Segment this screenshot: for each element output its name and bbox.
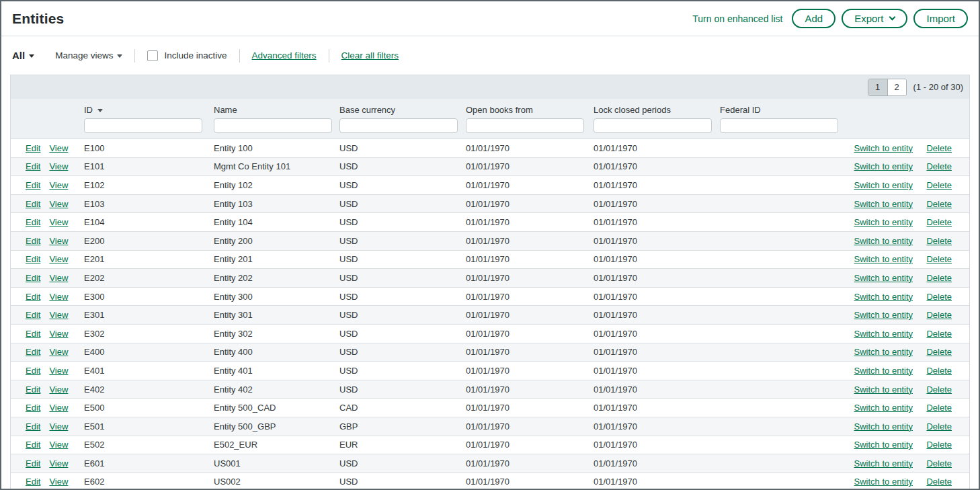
view-link[interactable]: View [49, 366, 68, 376]
view-link[interactable]: View [49, 180, 68, 190]
view-link[interactable]: View [49, 421, 68, 432]
switch-to-entity-link[interactable]: Switch to entity [854, 254, 913, 264]
edit-link[interactable]: Edit [26, 403, 40, 413]
switch-to-entity-link[interactable]: Switch to entity [854, 180, 913, 190]
edit-link[interactable]: Edit [26, 180, 40, 190]
edit-link[interactable]: Edit [26, 236, 40, 246]
view-link[interactable]: View [49, 161, 68, 171]
clear-all-filters-link[interactable]: Clear all filters [341, 50, 399, 60]
enhanced-list-link[interactable]: Turn on enhanced list [692, 13, 782, 24]
column-header-base-currency[interactable]: Base currency [339, 105, 466, 115]
filter-input-federal-id[interactable] [720, 118, 838, 133]
delete-link[interactable]: Delete [926, 236, 952, 246]
view-link[interactable]: View [49, 254, 68, 264]
view-selector-all[interactable]: All [12, 50, 34, 61]
delete-link[interactable]: Delete [926, 292, 952, 302]
delete-link[interactable]: Delete [926, 477, 952, 487]
delete-link[interactable]: Delete [926, 254, 952, 264]
view-link[interactable]: View [49, 329, 68, 339]
add-button[interactable]: Add [792, 9, 835, 28]
delete-link[interactable]: Delete [926, 458, 952, 468]
delete-link[interactable]: Delete [926, 421, 952, 432]
delete-link[interactable]: Delete [926, 347, 952, 357]
page-1-button[interactable]: 1 [868, 79, 887, 95]
switch-to-entity-link[interactable]: Switch to entity [854, 273, 913, 283]
edit-link[interactable]: Edit [26, 366, 40, 376]
page-2-button[interactable]: 2 [887, 79, 906, 95]
column-header-name[interactable]: Name [214, 105, 339, 115]
column-header-federal-id[interactable]: Federal ID [720, 105, 842, 115]
switch-to-entity-link[interactable]: Switch to entity [854, 217, 913, 227]
delete-link[interactable]: Delete [926, 273, 952, 283]
view-link[interactable]: View [49, 292, 68, 302]
edit-link[interactable]: Edit [26, 347, 40, 357]
switch-to-entity-link[interactable]: Switch to entity [854, 403, 913, 413]
cell-open-books-from: 01/01/1970 [466, 421, 594, 432]
edit-link[interactable]: Edit [26, 384, 40, 395]
manage-views-menu[interactable]: Manage views [55, 50, 122, 60]
edit-link[interactable]: Edit [26, 458, 40, 468]
edit-link[interactable]: Edit [26, 292, 40, 302]
edit-link[interactable]: Edit [26, 217, 40, 227]
delete-link[interactable]: Delete [926, 403, 952, 413]
switch-to-entity-link[interactable]: Switch to entity [854, 143, 913, 153]
delete-link[interactable]: Delete [926, 161, 952, 171]
switch-to-entity-link[interactable]: Switch to entity [854, 421, 913, 432]
column-header-open-books-from[interactable]: Open books from [466, 105, 594, 115]
filter-input-name[interactable] [214, 118, 332, 133]
delete-link[interactable]: Delete [926, 180, 952, 190]
view-link[interactable]: View [49, 199, 68, 209]
delete-link[interactable]: Delete [926, 366, 952, 376]
view-link[interactable]: View [49, 143, 68, 153]
view-link[interactable]: View [49, 477, 68, 487]
switch-to-entity-link[interactable]: Switch to entity [854, 458, 913, 468]
edit-link[interactable]: Edit [26, 161, 40, 171]
switch-to-entity-link[interactable]: Switch to entity [854, 292, 913, 302]
switch-to-entity-link[interactable]: Switch to entity [854, 310, 913, 320]
edit-link[interactable]: Edit [26, 421, 40, 432]
edit-link[interactable]: Edit [26, 310, 40, 320]
view-link[interactable]: View [49, 236, 68, 246]
view-link[interactable]: View [49, 217, 68, 227]
delete-link[interactable]: Delete [926, 384, 952, 395]
switch-to-entity-link[interactable]: Switch to entity [854, 236, 913, 246]
view-link[interactable]: View [49, 440, 68, 450]
delete-link[interactable]: Delete [926, 440, 952, 450]
view-link[interactable]: View [49, 384, 68, 395]
include-inactive-checkbox[interactable] [147, 50, 158, 61]
edit-link[interactable]: Edit [26, 199, 40, 209]
edit-link[interactable]: Edit [26, 477, 40, 487]
edit-link[interactable]: Edit [26, 329, 40, 339]
delete-link[interactable]: Delete [926, 199, 952, 209]
filter-input-open-books-from[interactable] [466, 118, 584, 133]
switch-to-entity-link[interactable]: Switch to entity [854, 384, 913, 395]
switch-to-entity-link[interactable]: Switch to entity [854, 199, 913, 209]
edit-link[interactable]: Edit [26, 254, 40, 264]
switch-to-entity-link[interactable]: Switch to entity [854, 347, 913, 357]
switch-to-entity-link[interactable]: Switch to entity [854, 329, 913, 339]
column-header-id[interactable]: ID [84, 105, 214, 115]
export-button[interactable]: Export [842, 9, 907, 28]
filter-input-id[interactable] [84, 118, 202, 133]
delete-link[interactable]: Delete [926, 329, 952, 339]
advanced-filters-link[interactable]: Advanced filters [252, 50, 317, 60]
view-link[interactable]: View [49, 310, 68, 320]
delete-link[interactable]: Delete [926, 310, 952, 320]
view-link[interactable]: View [49, 347, 68, 357]
switch-to-entity-link[interactable]: Switch to entity [854, 161, 913, 171]
switch-to-entity-link[interactable]: Switch to entity [854, 477, 913, 487]
view-link[interactable]: View [49, 458, 68, 468]
edit-link[interactable]: Edit [26, 440, 40, 450]
switch-to-entity-link[interactable]: Switch to entity [854, 440, 913, 450]
column-header-lock-closed-periods[interactable]: Lock closed periods [594, 105, 720, 115]
edit-link[interactable]: Edit [26, 143, 40, 153]
view-link[interactable]: View [49, 403, 68, 413]
filter-input-lock-closed-periods[interactable] [594, 118, 712, 133]
switch-to-entity-link[interactable]: Switch to entity [854, 366, 913, 376]
import-button[interactable]: Import [913, 9, 968, 28]
edit-link[interactable]: Edit [26, 273, 40, 283]
view-link[interactable]: View [49, 273, 68, 283]
delete-link[interactable]: Delete [926, 143, 952, 153]
delete-link[interactable]: Delete [926, 217, 952, 227]
filter-input-base-currency[interactable] [339, 118, 458, 133]
